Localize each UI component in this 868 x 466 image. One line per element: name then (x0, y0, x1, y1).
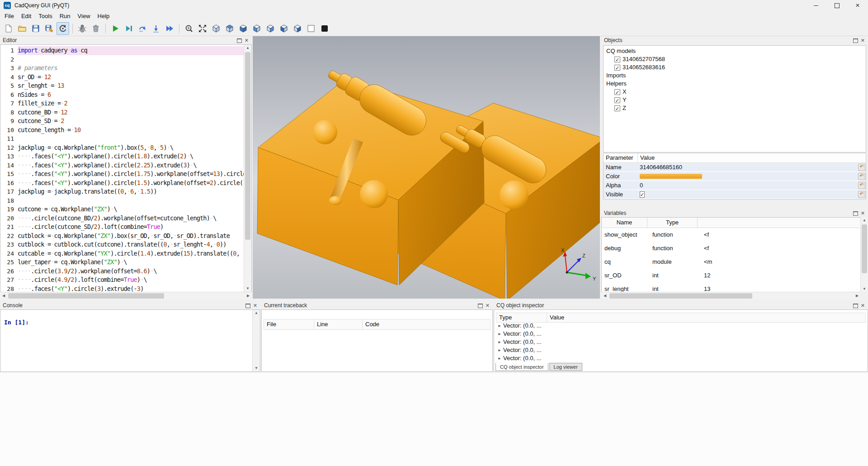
value-header[interactable] (698, 218, 860, 228)
view-front-button[interactable] (250, 22, 263, 35)
property-row-alpha[interactable]: Alpha0↶ (604, 181, 866, 190)
close-button[interactable]: ✕ (847, 0, 868, 11)
editor-gutter[interactable]: 1234567891011121314151617181920212223242… (0, 45, 18, 292)
expand-icon[interactable]: ▸ (496, 346, 503, 354)
scroll-right-icon[interactable]: ▶ (245, 293, 252, 299)
code-line[interactable]: jackplug·=·cq.Workplane("front").box(5,·… (18, 143, 244, 152)
menu-edit[interactable]: Edit (18, 12, 35, 20)
scrollbar-thumb[interactable] (8, 293, 164, 299)
close-panel-icon[interactable]: ✕ (861, 210, 865, 216)
inspector-header[interactable]: Type Value (496, 313, 866, 323)
inspector-row[interactable]: ▸Vector: (0.0, ... (496, 346, 866, 354)
editor-vscrollbar[interactable]: ▲ ▼ (244, 45, 251, 292)
checkbox[interactable]: ✓ (614, 89, 620, 95)
code-line[interactable]: luer_taper·=·cq.Workplane("ZX")·\ (18, 258, 244, 267)
bug-button[interactable] (76, 22, 89, 35)
code-line[interactable]: cutcone_length·=·10 (18, 126, 244, 135)
value-header[interactable]: Value (547, 313, 865, 322)
code-line[interactable]: ····.faces("<Y").workplane().circle(1.75… (18, 170, 244, 179)
wireframe-button[interactable] (305, 22, 317, 35)
reset-icon[interactable]: ↶ (858, 191, 865, 198)
close-panel-icon[interactable]: ✕ (253, 302, 257, 309)
expand-icon[interactable]: ▸ (496, 322, 503, 330)
view-left-button[interactable] (278, 22, 290, 35)
scroll-down-icon[interactable]: ▼ (253, 365, 260, 371)
new-file-button[interactable] (2, 22, 15, 35)
console-vscrollbar[interactable]: ▲ ▼ (252, 310, 260, 371)
property-value[interactable]: 0 (637, 181, 858, 190)
scrollbar-thumb[interactable] (609, 293, 752, 299)
reset-icon[interactable]: ↶ (858, 164, 865, 171)
code-line[interactable]: ····.faces("<Y").circle(3).extrude(-3) (18, 285, 244, 292)
float-panel-icon[interactable] (478, 304, 483, 308)
continue-button[interactable] (163, 22, 176, 35)
tree-item-cq-models[interactable]: CQ models (604, 47, 866, 55)
trash-button[interactable] (90, 22, 102, 35)
code-line[interactable]: ····.circle(cutcone_BD/2).workplane(offs… (18, 214, 244, 223)
view-right-button[interactable] (291, 22, 304, 35)
scroll-up-icon[interactable]: ▲ (244, 45, 251, 51)
step-into-button[interactable] (150, 22, 162, 35)
menu-run[interactable]: Run (56, 12, 74, 20)
scroll-left-icon[interactable]: ◀ (601, 293, 609, 299)
variable-row-cq[interactable]: cqmodule<m (602, 255, 860, 269)
expand-icon[interactable]: ▸ (496, 354, 503, 362)
open-file-button[interactable] (16, 22, 28, 35)
close-panel-icon[interactable]: ✕ (861, 37, 865, 43)
step-button[interactable] (136, 22, 149, 35)
scroll-right-icon[interactable]: ▶ (854, 293, 861, 299)
save-as-button[interactable] (43, 22, 56, 35)
variable-row-show-object[interactable]: show_objectfunction<f (602, 228, 860, 242)
expand-icon[interactable]: ▸ (496, 338, 503, 346)
property-value[interactable] (637, 172, 858, 181)
fit-all-button[interactable] (196, 22, 209, 35)
scroll-left-icon[interactable]: ◀ (0, 293, 7, 299)
minimize-button[interactable] (806, 0, 826, 11)
code-line[interactable]: ····.faces("<Y").workplane().circle(2.25… (18, 161, 244, 170)
tree-item-x[interactable]: ✓X (604, 88, 866, 96)
maximize-button[interactable] (826, 0, 847, 11)
code-line[interactable] (18, 196, 244, 205)
property-value[interactable]: 3140646685160 (637, 163, 858, 171)
code-line[interactable]: cutblock·=·cutblock.cut(cutcone).transla… (18, 240, 244, 249)
tree-item-helpers[interactable]: Helpers (604, 80, 866, 88)
parameter-header[interactable]: Parameter (604, 153, 638, 162)
traceback-header[interactable]: File Line Code (264, 319, 491, 330)
menu-view[interactable]: View (74, 12, 94, 20)
inspector-row[interactable]: ▸Vector: (0.0, ... (496, 338, 866, 346)
color-swatch[interactable] (640, 174, 702, 179)
code-line[interactable]: sr_OD·=·12 (18, 73, 244, 82)
code-line[interactable]: cutcone·=·cq.Workplane("ZX")·\ (18, 205, 244, 214)
scroll-down-icon[interactable]: ▼ (244, 285, 251, 292)
tree-item-3140652707568[interactable]: ✓3140652707568 (604, 55, 866, 63)
code-line[interactable]: ····.circle(3.9/2).workplane(offset=8.6)… (18, 267, 244, 276)
close-panel-icon[interactable]: ✕ (861, 302, 865, 309)
value-header[interactable]: Value (638, 153, 866, 162)
type-header[interactable]: Type (496, 313, 547, 322)
expand-icon[interactable]: ▸ (496, 330, 503, 338)
menu-help[interactable]: Help (94, 12, 113, 20)
checkbox[interactable]: ✓ (614, 97, 620, 103)
properties-header[interactable]: Parameter Value (604, 153, 866, 163)
property-row-name[interactable]: Name3140646685160↶ (604, 163, 866, 172)
view-bottom-button[interactable] (237, 22, 250, 35)
view-iso-button[interactable] (210, 22, 222, 35)
code-line[interactable]: # parameters (18, 64, 244, 73)
property-row-color[interactable]: Color↶ (604, 172, 866, 181)
property-value[interactable]: ✓ (637, 190, 858, 199)
autoreload-button[interactable] (57, 22, 69, 35)
tab-cq-object-inspector[interactable]: CQ object inspector (495, 363, 548, 371)
view-top-button[interactable] (223, 22, 236, 35)
code-line[interactable] (18, 55, 244, 64)
scroll-up-icon[interactable]: ▲ (861, 217, 868, 223)
reset-icon[interactable]: ↶ (858, 173, 865, 180)
scroll-up-icon[interactable]: ▲ (253, 310, 260, 316)
scrollbar-thumb[interactable] (245, 52, 250, 240)
code-line[interactable]: sr_lenght·=·13 (18, 81, 244, 90)
viewport-canvas[interactable]: X Z Y (253, 36, 600, 299)
close-panel-icon[interactable]: ✕ (245, 37, 249, 43)
tab-log-viewer[interactable]: Log viewer (549, 363, 582, 371)
float-panel-icon[interactable] (853, 211, 858, 216)
tree-item-z[interactable]: ✓Z (604, 104, 866, 112)
code-editor[interactable]: import·cadquery·as·cq# parameterssr_OD·=… (18, 45, 244, 292)
